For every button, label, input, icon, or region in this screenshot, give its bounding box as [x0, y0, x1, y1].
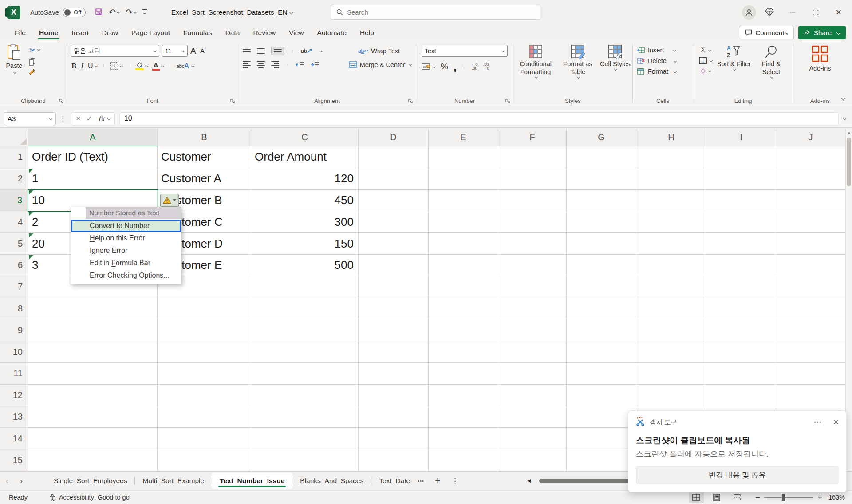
cell-C11[interactable]	[251, 363, 359, 385]
column-header-B[interactable]: B	[158, 129, 251, 146]
cut-button[interactable]: ✂	[28, 46, 36, 55]
sheet-tab-multi_sort_example[interactable]: Multi_Sort_Example	[135, 473, 212, 489]
cell-I2[interactable]	[706, 168, 776, 190]
decrease-decimal-button[interactable]: .00→0	[483, 63, 489, 71]
delete-cells-button[interactable]: Delete	[637, 57, 693, 64]
row-header-4[interactable]: 4	[0, 211, 28, 233]
ribbon-tab-view[interactable]: View	[282, 26, 310, 40]
cell-G15[interactable]	[567, 449, 636, 471]
cell-J6[interactable]	[776, 255, 845, 276]
fill-color-button[interactable]	[135, 62, 144, 70]
column-header-H[interactable]: H	[636, 129, 706, 146]
customize-qat-button[interactable]: ▔⌄	[142, 9, 147, 16]
cell-C13[interactable]	[251, 406, 359, 428]
cell-J9[interactable]	[776, 319, 845, 341]
cell-C7[interactable]	[251, 276, 359, 298]
cell-B1[interactable]: Customer	[158, 146, 251, 168]
cell-D15[interactable]	[359, 449, 429, 471]
grow-font-button[interactable]: Aˆ	[190, 45, 197, 57]
row-header-11[interactable]: 11	[0, 363, 28, 385]
column-header-E[interactable]: E	[429, 129, 498, 146]
sheet-nav-right[interactable]: ›	[14, 476, 28, 486]
font-dialog-launcher[interactable]	[230, 99, 235, 104]
align-left-button[interactable]	[243, 61, 251, 68]
ribbon-tab-help[interactable]: Help	[353, 26, 381, 40]
cell-J4[interactable]	[776, 211, 845, 233]
expand-formula-bar-chevron[interactable]	[843, 117, 846, 120]
cell-B12[interactable]	[158, 385, 251, 406]
number-dialog-launcher[interactable]	[505, 99, 510, 104]
menu-item-help-on-this-error[interactable]: Help on this Error	[71, 232, 181, 244]
phonetic-button[interactable]: abcA	[177, 62, 189, 70]
cell-J7[interactable]	[776, 276, 845, 298]
cell-F12[interactable]	[498, 385, 567, 406]
cell-F6[interactable]	[498, 255, 567, 276]
cell-F7[interactable]	[498, 276, 567, 298]
cell-H1[interactable]	[636, 146, 706, 168]
cell-A1[interactable]: Order ID (Text)	[28, 146, 158, 168]
find-select-button[interactable]: Find & Select	[753, 45, 789, 78]
ribbon-tab-automate[interactable]: Automate	[311, 26, 353, 40]
notification-more-button[interactable]: ⋯	[814, 417, 821, 427]
cell-E11[interactable]	[429, 363, 498, 385]
cell-I5[interactable]	[706, 233, 776, 255]
cell-F5[interactable]	[498, 233, 567, 255]
cell-G13[interactable]	[567, 406, 636, 428]
cell-C4[interactable]: 300	[251, 211, 359, 233]
cell-A15[interactable]	[28, 449, 158, 471]
cell-E12[interactable]	[429, 385, 498, 406]
ribbon-tab-insert[interactable]: Insert	[65, 26, 95, 40]
cell-D2[interactable]	[359, 168, 429, 190]
cell-F14[interactable]	[498, 428, 567, 449]
cell-B14[interactable]	[158, 428, 251, 449]
ribbon-tab-draw[interactable]: Draw	[95, 26, 125, 40]
cell-C8[interactable]	[251, 298, 359, 320]
cell-H8[interactable]	[636, 298, 706, 320]
wrap-text-button[interactable]: ab̲↩ Wrap Text	[358, 47, 400, 55]
alignment-dialog-launcher[interactable]	[408, 99, 413, 104]
error-options-button[interactable]	[160, 194, 179, 207]
formula-input[interactable]: 10	[119, 112, 839, 125]
cell-D11[interactable]	[359, 363, 429, 385]
zoom-in-button[interactable]: +	[817, 493, 822, 502]
sheet-tab-blanks_and_spaces[interactable]: Blanks_And_Spaces	[292, 473, 371, 489]
column-header-F[interactable]: F	[498, 129, 567, 146]
cell-J2[interactable]	[776, 168, 845, 190]
chevron-down-icon[interactable]	[320, 49, 323, 52]
cell-F8[interactable]	[498, 298, 567, 320]
cell-A11[interactable]	[28, 363, 158, 385]
cell-H2[interactable]	[636, 168, 706, 190]
cell-D3[interactable]	[359, 190, 429, 212]
cell-J11[interactable]	[776, 363, 845, 385]
vertical-scroll-thumb[interactable]	[847, 138, 851, 186]
cell-H12[interactable]	[636, 385, 706, 406]
gem-feature-icon[interactable]	[760, 4, 779, 21]
confirm-entry-button[interactable]: ✓	[87, 114, 92, 123]
cell-B13[interactable]	[158, 406, 251, 428]
restore-button[interactable]	[806, 4, 825, 21]
cell-E14[interactable]	[429, 428, 498, 449]
cell-H4[interactable]	[636, 211, 706, 233]
column-header-D[interactable]: D	[359, 129, 429, 146]
cell-F1[interactable]	[498, 146, 567, 168]
row-header-1[interactable]: 1	[0, 146, 28, 168]
align-right-button[interactable]	[271, 61, 279, 68]
cell-C6[interactable]: 500	[251, 255, 359, 276]
cell-H11[interactable]	[636, 363, 706, 385]
column-header-C[interactable]: C	[251, 129, 359, 146]
borders-button[interactable]	[110, 62, 118, 70]
menu-item-edit-in-formula-bar[interactable]: Edit in Formula Bar	[71, 257, 181, 269]
cell-H6[interactable]	[636, 255, 706, 276]
cell-C15[interactable]	[251, 449, 359, 471]
sheet-nav-left[interactable]: ‹	[0, 476, 14, 486]
underline-button[interactable]: U	[88, 62, 93, 70]
cell-A14[interactable]	[28, 428, 158, 449]
cell-B2[interactable]: Customer A	[158, 168, 251, 190]
cell-G6[interactable]	[567, 255, 636, 276]
new-sheet-button[interactable]: +	[430, 475, 446, 487]
cell-J1[interactable]	[776, 146, 845, 168]
comments-button[interactable]: Comments	[739, 26, 794, 39]
cell-H9[interactable]	[636, 319, 706, 341]
sort-filter-button[interactable]: A Z Sort & Filter	[715, 45, 753, 78]
menu-item-error-checking-options[interactable]: Error Checking Options...	[71, 269, 181, 282]
